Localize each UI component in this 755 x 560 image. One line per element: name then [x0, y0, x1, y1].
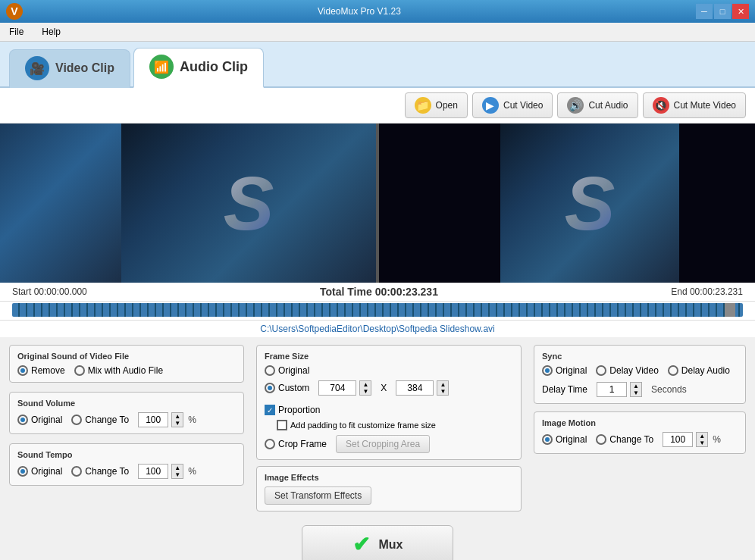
frame-height-input[interactable]: [396, 380, 434, 396]
set-transform-button[interactable]: Set Transform Effects: [265, 486, 371, 505]
close-button[interactable]: ✕: [732, 4, 749, 19]
frame-width-up[interactable]: ▲: [360, 381, 371, 388]
video-tab-icon: 🎥: [25, 56, 49, 80]
frame-width-down[interactable]: ▼: [360, 388, 371, 395]
start-time: Start 00:00:00.000: [12, 286, 87, 297]
set-cropping-button[interactable]: Set Cropping Area: [336, 435, 430, 453]
video-tab-label: Video Clip: [55, 61, 114, 75]
volume-original-dot: [17, 415, 28, 425]
app-window: 🎥 Video Clip 📶 Audio Clip 📁 Open ▶ Cut V…: [0, 42, 755, 560]
volume-change-radio[interactable]: Change To: [71, 415, 129, 425]
sync-radio-row: Original Delay Video Delay Audio: [542, 365, 738, 376]
frame-width-group: ▲ ▼: [318, 380, 371, 396]
sync-original-label: Original: [556, 365, 587, 376]
sync-group: Sync Original Delay Video Delay Audio: [534, 345, 746, 404]
minimize-button[interactable]: ─: [696, 4, 713, 19]
motion-original-label: Original: [556, 434, 587, 445]
sound-mix-radio[interactable]: Mix with Audio File: [74, 365, 163, 376]
frame-original-label: Original: [278, 365, 309, 376]
crop-frame-dot: [265, 439, 275, 449]
motion-up-btn[interactable]: ▲: [697, 433, 707, 440]
tempo-input-group: ▲ ▼ %: [138, 464, 196, 479]
menu-file[interactable]: File: [6, 25, 27, 39]
tabs-area: 🎥 Video Clip 📶 Audio Clip: [0, 42, 755, 88]
panel-right: Sync Original Delay Video Delay Audio: [534, 345, 746, 512]
volume-group-label: Sound Volume: [17, 399, 236, 408]
sync-delay-video-radio[interactable]: Delay Video: [596, 365, 659, 376]
proportion-checkbox[interactable]: ✓: [265, 405, 275, 415]
timeline-thumb[interactable]: [725, 303, 735, 317]
volume-down-btn[interactable]: ▼: [172, 420, 183, 427]
volume-up-btn[interactable]: ▲: [172, 413, 183, 420]
frame-original-radio[interactable]: Original: [265, 365, 309, 376]
sync-original-radio[interactable]: Original: [542, 365, 587, 376]
tab-audio[interactable]: 📶 Audio Clip: [133, 48, 264, 88]
motion-down-btn[interactable]: ▼: [697, 440, 707, 446]
tempo-original-dot: [17, 466, 28, 477]
sync-delay-audio-radio[interactable]: Delay Audio: [668, 365, 730, 376]
frame-height-group: ▲ ▼: [396, 380, 449, 396]
cut-mute-button[interactable]: 🔇 Cut Mute Video: [643, 92, 747, 118]
delay-input[interactable]: [597, 382, 627, 397]
tempo-change-label: Change To: [85, 466, 129, 477]
padding-checkbox-item[interactable]: Add padding to fit customize frame size: [277, 420, 513, 430]
mux-button[interactable]: ✔ Mux: [302, 525, 453, 560]
volume-input[interactable]: [138, 412, 168, 427]
right-thumb-main: S: [500, 124, 679, 283]
frame-height-down[interactable]: ▼: [437, 388, 448, 395]
tempo-percent: %: [188, 466, 196, 477]
delay-up-btn[interactable]: ▲: [631, 383, 641, 389]
crop-frame-radio[interactable]: Crop Frame: [265, 439, 327, 449]
cut-audio-button[interactable]: 🔊 Cut Audio: [557, 92, 638, 118]
volume-original-radio[interactable]: Original: [17, 415, 62, 425]
frame-custom-radio[interactable]: Custom: [265, 383, 309, 393]
timeline-area[interactable]: [0, 302, 755, 321]
mux-check-icon: ✔: [352, 532, 370, 557]
mux-area: ✔ Mux: [0, 519, 755, 560]
frame-original-dot: [265, 365, 275, 376]
open-button[interactable]: 📁 Open: [405, 92, 468, 118]
tempo-original-label: Original: [31, 466, 62, 477]
frame-width-input[interactable]: [318, 380, 356, 396]
delay-down-btn[interactable]: ▼: [631, 389, 641, 396]
volume-radio-row: Original Change To ▲ ▼ %: [17, 412, 236, 427]
tempo-input[interactable]: [138, 464, 168, 479]
tempo-up-btn[interactable]: ▲: [172, 465, 183, 471]
left-preview-panel: S: [0, 124, 376, 283]
timeline-track[interactable]: [12, 303, 743, 317]
tempo-change-radio[interactable]: Change To: [71, 466, 129, 477]
window-controls: ─ □ ✕: [696, 4, 749, 19]
motion-change-dot: [596, 434, 606, 445]
sync-group-label: Sync: [542, 352, 738, 361]
panel-center: Frame Size Original Custom: [256, 345, 522, 512]
volume-percent: %: [188, 415, 196, 425]
sound-remove-radio[interactable]: Remove: [17, 365, 65, 376]
crop-frame-label: Crop Frame: [278, 439, 327, 449]
cut-video-button[interactable]: ▶ Cut Video: [472, 92, 553, 118]
motion-change-radio[interactable]: Change To: [596, 434, 653, 445]
right-thumb-dark: [379, 124, 500, 283]
sound-group-label: Original Sound of Video File: [17, 352, 236, 361]
maximize-button[interactable]: □: [714, 4, 731, 19]
motion-input[interactable]: [663, 432, 693, 447]
file-path-row: C:\Users\SoftpediaEditor\Desktop\Softped…: [0, 321, 755, 337]
sound-group: Original Sound of Video File Remove Mix …: [9, 345, 244, 383]
tab-video[interactable]: 🎥 Video Clip: [9, 49, 130, 88]
menu-bar: File Help: [0, 23, 755, 42]
tempo-original-radio[interactable]: Original: [17, 466, 62, 477]
sync-original-dot: [542, 365, 553, 376]
tempo-spinners: ▲ ▼: [171, 464, 183, 479]
tempo-change-dot: [71, 466, 82, 477]
cut-video-label: Cut Video: [503, 100, 543, 111]
volume-spinners: ▲ ▼: [171, 412, 183, 427]
proportion-checkbox-item[interactable]: ✓ Proportion: [265, 405, 320, 415]
tempo-down-btn[interactable]: ▼: [172, 471, 183, 478]
file-path: C:\Users\SoftpediaEditor\Desktop\Softped…: [260, 324, 495, 334]
mux-label: Mux: [379, 538, 403, 552]
padding-checkbox[interactable]: [277, 420, 287, 430]
menu-help[interactable]: Help: [39, 25, 64, 39]
motion-original-radio[interactable]: Original: [542, 434, 587, 445]
volume-group: Sound Volume Original Change To ▲: [9, 392, 244, 434]
audio-tab-label: Audio Clip: [180, 59, 248, 75]
frame-height-up[interactable]: ▲: [437, 381, 448, 388]
